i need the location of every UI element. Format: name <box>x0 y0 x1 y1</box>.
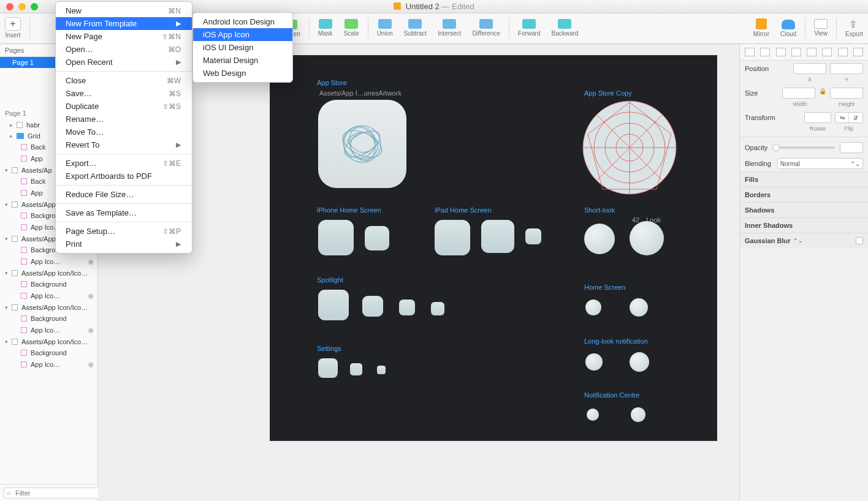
distribute-v-icon[interactable] <box>853 48 863 56</box>
menu-item-export[interactable]: Export…⇧⌘E <box>56 157 192 170</box>
layer-item[interactable]: App Ico…◉ <box>0 255 97 268</box>
disclosure-triangle-icon[interactable]: ▾ <box>5 304 8 311</box>
align-right-icon[interactable] <box>776 48 786 56</box>
ipad-home-icon-2[interactable] <box>481 220 514 253</box>
ipad-home-icon-1[interactable] <box>435 220 470 255</box>
menu-item-close[interactable]: Close⌘W <box>56 74 192 87</box>
submenu-item-web-design[interactable]: Web Design <box>193 67 292 80</box>
submenu-item-android-icon-design[interactable]: Android Icon Design <box>193 15 292 28</box>
long-look-icon-2[interactable] <box>630 352 649 372</box>
blending-dropdown[interactable]: Normal⌃⌄ <box>777 158 863 169</box>
visibility-icon[interactable]: ◉ <box>88 257 94 266</box>
submenu-item-ios-ui-design[interactable]: iOS UI Design <box>193 41 292 54</box>
insert-button[interactable]: + Insert <box>5 17 21 39</box>
iphone-home-icon-large[interactable] <box>318 220 354 255</box>
export-button[interactable]: ⇪Export <box>845 18 863 37</box>
borders-section[interactable]: Borders <box>740 187 868 202</box>
view-button[interactable]: View <box>814 19 828 37</box>
spotlight-icon-4[interactable] <box>431 302 444 315</box>
lock-icon[interactable]: 🔒 <box>819 88 826 99</box>
new-from-template-submenu[interactable]: Android Icon DesigniOS App IconiOS UI De… <box>192 12 293 83</box>
short-look-icon-2[interactable] <box>630 221 664 255</box>
flip-horizontal-icon[interactable]: ⇋ <box>836 113 849 122</box>
polar-grid-icon[interactable] <box>581 99 679 197</box>
notif-centre-icon-2[interactable] <box>631 407 645 422</box>
align-left-icon[interactable] <box>745 48 755 56</box>
rotate-field[interactable] <box>804 112 831 123</box>
distribute-h-icon[interactable] <box>838 48 848 56</box>
layer-artboard[interactable]: ▾Assets/App Icon/Ico… <box>0 268 97 279</box>
disclosure-triangle-icon[interactable]: ▸ <box>10 133 13 139</box>
subtract-button[interactable]: Subtract <box>404 19 427 37</box>
mirror-button[interactable]: Mirror <box>753 18 769 37</box>
settings-icon-1[interactable] <box>318 358 338 378</box>
menu-item-save[interactable]: Save…⌘S <box>56 87 192 100</box>
menu-item-duplicate[interactable]: Duplicate⇧⌘S <box>56 100 192 113</box>
menu-item-reduce-file-size[interactable]: Reduce File Size… <box>56 188 192 201</box>
disclosure-triangle-icon[interactable]: ▾ <box>5 236 8 242</box>
disclosure-triangle-icon[interactable]: ▾ <box>5 270 8 276</box>
gaussian-blur-checkbox[interactable] <box>856 237 863 244</box>
settings-icon-2[interactable] <box>350 363 362 375</box>
spotlight-icon-1[interactable] <box>318 290 349 320</box>
disclosure-triangle-icon[interactable]: ▾ <box>5 202 8 208</box>
flip-segmented[interactable]: ⇋⇵ <box>835 112 863 123</box>
position-y-field[interactable] <box>830 63 863 74</box>
align-bottom-icon[interactable] <box>822 48 832 56</box>
submenu-item-ios-app-icon[interactable]: iOS App Icon <box>193 28 292 41</box>
position-x-field[interactable] <box>793 63 826 74</box>
layer-item[interactable]: App Ico…◉ <box>0 324 97 336</box>
forward-button[interactable]: Forward <box>518 19 541 37</box>
file-menu[interactable]: New⌘NNew From Template▶New Page⇧⌘NOpen…⌘… <box>55 1 192 254</box>
menu-item-new[interactable]: New⌘N <box>56 4 192 17</box>
ipad-home-icon-3[interactable] <box>525 228 541 244</box>
spotlight-icon-3[interactable] <box>399 299 415 315</box>
app-store-artwork[interactable] <box>318 100 406 188</box>
visibility-icon[interactable]: ◉ <box>88 292 94 300</box>
inner-shadows-section[interactable]: Inner Shadows <box>740 217 868 233</box>
iphone-home-icon-small[interactable] <box>365 226 389 250</box>
menu-item-save-as-template[interactable]: Save as Template… <box>56 206 192 219</box>
opacity-field[interactable] <box>840 142 863 153</box>
mask-button[interactable]: Mask <box>318 19 333 37</box>
align-center-h-icon[interactable] <box>760 48 770 56</box>
union-button[interactable]: Union <box>377 19 393 37</box>
long-look-icon-1[interactable] <box>585 353 603 371</box>
submenu-item-material-design[interactable]: Material Design <box>193 54 292 67</box>
intersect-button[interactable]: Intersect <box>438 19 461 37</box>
menu-item-new-page[interactable]: New Page⇧⌘N <box>56 30 192 43</box>
difference-button[interactable]: Difference <box>472 19 500 37</box>
menu-item-new-from-template[interactable]: New From Template▶ <box>56 17 192 30</box>
align-top-icon[interactable] <box>791 48 801 56</box>
gaussian-blur-section[interactable]: Gaussian Blur⌃⌄ <box>740 233 868 248</box>
align-center-v-icon[interactable] <box>807 48 817 56</box>
layer-item[interactable]: Background <box>0 279 97 290</box>
disclosure-triangle-icon[interactable]: ▾ <box>5 167 8 173</box>
home-screen-icon-2[interactable] <box>630 298 648 317</box>
menu-item-page-setup[interactable]: Page Setup…⇧⌘P <box>56 225 192 238</box>
visibility-icon[interactable]: ◉ <box>88 326 94 334</box>
width-field[interactable] <box>782 88 815 99</box>
layer-item[interactable]: App Ico…◉ <box>0 358 97 371</box>
layer-item[interactable]: Background <box>0 347 97 358</box>
menu-item-export-artboards-to-pdf[interactable]: Export Artboards to PDF <box>56 170 192 183</box>
menu-item-print[interactable]: Print▶ <box>56 238 192 250</box>
filter-input[interactable] <box>4 488 104 499</box>
layer-artboard[interactable]: ▾Assets/App Icon/Ico… <box>0 336 97 347</box>
fills-section[interactable]: Fills <box>740 171 868 187</box>
shadows-section[interactable]: Shadows <box>740 202 868 217</box>
canvas[interactable]: App Store Assets/App I…unesArtwork App S… <box>98 44 739 501</box>
spotlight-icon-2[interactable] <box>362 296 383 317</box>
flip-vertical-icon[interactable]: ⇵ <box>849 113 862 122</box>
layer-item[interactable]: App Ico…◉ <box>0 290 97 302</box>
cloud-button[interactable]: Cloud <box>780 20 796 37</box>
menu-item-revert-to[interactable]: Revert To▶ <box>56 138 192 151</box>
scale-button[interactable]: Scale <box>344 19 359 37</box>
menu-item-move-to[interactable]: Move To… <box>56 126 192 138</box>
opacity-slider[interactable] <box>772 146 835 149</box>
disclosure-triangle-icon[interactable]: ▸ <box>10 122 13 128</box>
short-look-icon-1[interactable] <box>584 224 615 254</box>
height-field[interactable] <box>830 88 863 99</box>
backward-button[interactable]: Backward <box>551 19 578 37</box>
notif-centre-icon-1[interactable] <box>587 409 599 421</box>
